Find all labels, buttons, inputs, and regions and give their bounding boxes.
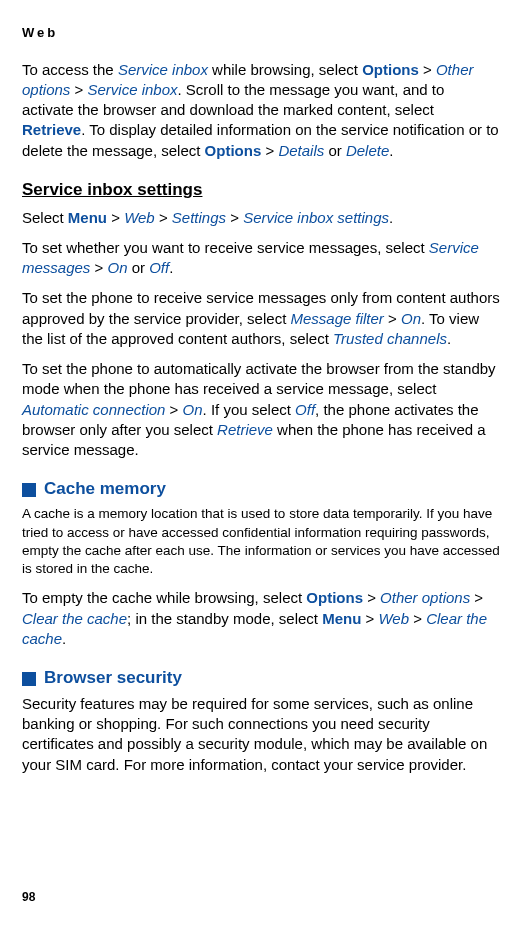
link-service-inbox-2: Service inbox — [87, 81, 177, 98]
text: > — [107, 209, 124, 226]
text: ; in the standby mode, select — [127, 610, 322, 627]
text: To empty the cache while browsing, selec… — [22, 589, 306, 606]
heading-cache-memory: Cache memory — [22, 478, 500, 501]
link-message-filter: Message filter — [290, 310, 383, 327]
paragraph-receive-messages: To set whether you want to receive servi… — [22, 238, 500, 279]
link-on: On — [183, 401, 203, 418]
link-web: Web — [124, 209, 155, 226]
link-details: Details — [278, 142, 324, 159]
link-retrieve: Retrieve — [217, 421, 273, 438]
text: > — [470, 589, 483, 606]
text: Select — [22, 209, 68, 226]
link-options-2: Options — [205, 142, 262, 159]
link-clear-the-cache: Clear the cache — [22, 610, 127, 627]
link-trusted-channels: Trusted channels — [333, 330, 447, 347]
paragraph-cache-description: A cache is a memory location that is use… — [22, 505, 500, 578]
square-icon — [22, 672, 36, 686]
text: > — [165, 401, 182, 418]
heading-browser-security: Browser security — [22, 667, 500, 690]
link-service-inbox: Service inbox — [118, 61, 208, 78]
text: . — [169, 259, 173, 276]
text: To set whether you want to receive servi… — [22, 239, 429, 256]
link-off: Off — [295, 401, 315, 418]
text: . — [447, 330, 451, 347]
paragraph-access-service-inbox: To access the Service inbox while browsi… — [22, 60, 500, 161]
paragraph-automatic-connection: To set the phone to automatically activa… — [22, 359, 500, 460]
text: . — [62, 630, 66, 647]
text: while browsing, select — [208, 61, 362, 78]
text: > — [409, 610, 426, 627]
paragraph-empty-cache: To empty the cache while browsing, selec… — [22, 588, 500, 649]
text: . — [389, 209, 393, 226]
link-menu: Menu — [322, 610, 361, 627]
text: or — [128, 259, 150, 276]
link-off: Off — [149, 259, 169, 276]
link-delete: Delete — [346, 142, 389, 159]
text: . If you select — [203, 401, 296, 418]
link-options: Options — [362, 61, 419, 78]
paragraph-select-menu-path: Select Menu > Web > Settings > Service i… — [22, 208, 500, 228]
link-other-options: Other options — [380, 589, 470, 606]
link-web: Web — [378, 610, 409, 627]
text: > — [361, 610, 378, 627]
link-retrieve: Retrieve — [22, 121, 81, 138]
link-automatic-connection: Automatic connection — [22, 401, 165, 418]
link-settings: Settings — [172, 209, 226, 226]
square-icon — [22, 483, 36, 497]
page-number: 98 — [22, 889, 35, 905]
text: or — [324, 142, 346, 159]
text: > — [155, 209, 172, 226]
text: > — [384, 310, 401, 327]
text: To set the phone to automatically activa… — [22, 360, 496, 397]
link-options: Options — [306, 589, 363, 606]
text: To access the — [22, 61, 118, 78]
link-menu: Menu — [68, 209, 107, 226]
text: > — [70, 81, 87, 98]
link-on: On — [107, 259, 127, 276]
link-on: On — [401, 310, 421, 327]
heading-service-inbox-settings: Service inbox settings — [22, 179, 500, 202]
text: > — [90, 259, 107, 276]
page-header: Web — [22, 24, 500, 42]
text: > — [419, 61, 436, 78]
link-service-inbox-settings: Service inbox settings — [243, 209, 389, 226]
text: > — [261, 142, 278, 159]
text: > — [363, 589, 380, 606]
paragraph-browser-security: Security features may be required for so… — [22, 694, 500, 775]
heading-text: Cache memory — [44, 478, 166, 501]
text: > — [226, 209, 243, 226]
text: . — [389, 142, 393, 159]
paragraph-message-filter: To set the phone to receive service mess… — [22, 288, 500, 349]
heading-text: Browser security — [44, 667, 182, 690]
